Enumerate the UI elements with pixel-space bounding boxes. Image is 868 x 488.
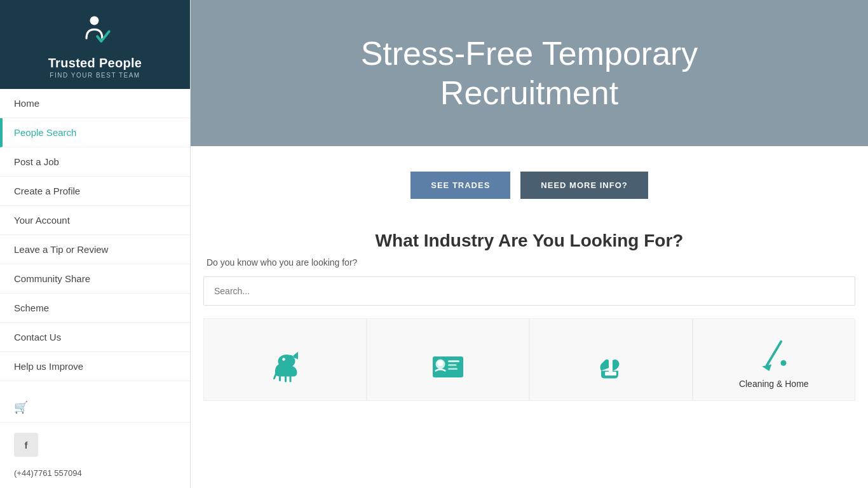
cleaning-card-label: Cleaning & Home: [739, 379, 809, 389]
main-content: Stress-Free Temporary Recruitment SEE TR…: [191, 0, 868, 488]
industry-card-pets[interactable]: [203, 318, 367, 401]
sidebar-item-contact-us[interactable]: Contact Us: [0, 323, 190, 352]
phone-number: (+44)7761 557094: [0, 462, 190, 488]
industry-title: What Industry Are You Looking For?: [203, 231, 855, 251]
svg-rect-7: [448, 364, 457, 366]
sidebar-item-tip-review[interactable]: Leave a Tip or Review: [0, 235, 190, 264]
sidebar-item-your-account[interactable]: Your Account: [0, 206, 190, 235]
industry-card-health[interactable]: [529, 318, 693, 401]
cleaning-icon: [755, 337, 793, 375]
hero-title: Stress-Free Temporary Recruitment: [307, 34, 752, 113]
sidebar-item-people-search[interactable]: People Search: [0, 118, 190, 147]
logo-icon: [73, 13, 118, 52]
dog-icon: [266, 347, 304, 385]
industry-cards: Cleaning & Home: [203, 318, 855, 401]
sidebar-nav: HomePeople SearchPost a JobCreate a Prof…: [0, 89, 190, 393]
svg-rect-10: [605, 372, 616, 376]
logo-title: Trusted People: [48, 56, 142, 71]
svg-point-11: [780, 360, 786, 366]
sidebar: Trusted People FIND YOUR BEST TEAM HomeP…: [0, 0, 191, 488]
industry-section: What Industry Are You Looking For? Do yo…: [191, 224, 868, 414]
cart-button[interactable]: 🛒: [0, 393, 190, 423]
cta-section: SEE TRADES NEED MORE INFO?: [191, 146, 868, 224]
sidebar-item-home[interactable]: Home: [0, 89, 190, 118]
logo-subtitle: FIND YOUR BEST TEAM: [50, 72, 140, 79]
svg-point-2: [283, 358, 286, 361]
svg-point-0: [90, 16, 98, 25]
svg-point-5: [437, 360, 443, 366]
facebook-icon: f: [25, 440, 28, 451]
logo-area: Trusted People FIND YOUR BEST TEAM: [0, 0, 190, 89]
hero-banner: Stress-Free Temporary Recruitment: [191, 0, 868, 146]
svg-rect-6: [448, 360, 459, 362]
sidebar-item-create-profile[interactable]: Create a Profile: [0, 177, 190, 206]
facebook-button[interactable]: f: [14, 433, 38, 457]
industry-subtitle: Do you know who you are looking for?: [203, 257, 855, 268]
need-more-info-button[interactable]: NEED MORE INFO?: [520, 172, 648, 199]
contact-card-icon: [429, 347, 467, 385]
sidebar-item-scheme[interactable]: Scheme: [0, 294, 190, 323]
search-input[interactable]: [203, 276, 855, 306]
industry-card-cleaning[interactable]: Cleaning & Home: [693, 318, 856, 401]
sidebar-item-post-job[interactable]: Post a Job: [0, 147, 190, 177]
medical-icon: [592, 347, 630, 385]
industry-card-admin[interactable]: [367, 318, 530, 401]
see-trades-button[interactable]: SEE TRADES: [410, 172, 510, 199]
sidebar-item-community-share[interactable]: Community Share: [0, 264, 190, 294]
svg-rect-8: [448, 368, 458, 370]
sidebar-item-help-improve[interactable]: Help us Improve: [0, 352, 190, 381]
